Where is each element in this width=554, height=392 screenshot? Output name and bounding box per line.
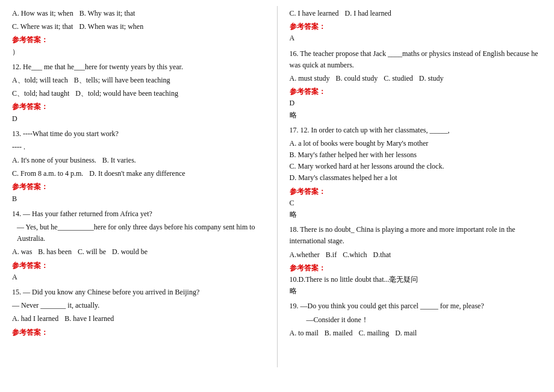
prev-optD: D. When was it; when [79,21,143,33]
q13-optC: C. From 8 a.m. to 4 p.m. [12,168,83,179]
q13-blank-line: ---- . [12,142,265,153]
q13-optD: D. It doesn't make any difference [89,168,185,179]
q12-text: 12. He___ me that he___here for twenty y… [12,61,265,73]
q15-text: 15. — Did you know any Chinese before yo… [12,287,265,298]
q19-text: 19. —Do you think you could get this par… [290,300,543,312]
q17-answer: C [290,199,294,207]
q13-section: 13. ----What time do you start work? ---… [12,128,265,205]
q19-optC: C. mailing [359,328,390,339]
left-column: A. How was it; when B. Why was it; that … [12,6,265,367]
q16-note: 略 [290,111,297,119]
q18-section: 18. There is no doubt_ China is playing … [290,224,543,297]
column-divider [277,6,278,367]
q14-section: 14. — Has your father returned from Afri… [12,208,265,283]
prev-optB: B. Why was it; that [79,8,135,19]
q17-optB: B. Mary's father helped her with her les… [290,149,543,161]
q13-ref: 参考答案： [12,182,48,191]
q17-text: 17. 12. In order to catch up with her cl… [290,125,543,136]
q17-optC: C. Mary worked hard at her lessons aroun… [290,161,543,172]
prev-optC: C. Where was it; that [12,21,73,33]
q19-optD: D. mail [395,328,417,339]
right-prev-optD: D. I had learned [344,8,391,19]
prev-options-section: A. How was it; when B. Why was it; that … [12,8,265,58]
q18-answer: 10.D.There is no little doubt that...毫无疑… [290,275,419,284]
q19-section: 19. —Do you think you could get this par… [290,300,543,339]
right-prev-answer: A [290,34,295,42]
q15-ref: 参考答案： [12,328,48,337]
q18-text: 18. There is no doubt_ China is playing … [290,224,543,247]
prev-ref-label: 参考答案： [12,36,48,44]
q14-optD: D. would be [112,246,148,258]
q12-optA: A、told; will teach [12,75,68,86]
q12-optB: B、tells; will have been teaching [74,75,170,86]
q16-answer: D [290,99,295,107]
q19-optA: A. to mail [290,328,319,339]
q16-optC: C. studied [384,73,413,84]
right-prev-options-section: C. I have learned D. I had learned 参考答案：… [290,8,543,45]
q14-optC: C. will be [78,246,106,258]
q14-optA: A. was [12,246,32,258]
q17-section: 17. 12. In order to catch up with her cl… [290,125,543,221]
q18-optC: C.which [343,249,367,261]
q18-optA: A.whether [290,249,320,261]
q17-note: 略 [290,210,297,219]
q13-optB: B. It varies. [102,155,136,166]
q13-answer: B [12,194,17,203]
q12-optC: C、told; had taught [12,88,69,99]
q14-text: 14. — Has your father returned from Afri… [12,208,265,220]
prev-optA: A. How was it; when [12,8,73,19]
q14-text2: — Yes, but he__________here for only thr… [12,222,265,244]
q15-optA: A. had I learned [12,313,58,325]
q15-text2: — Never _______ it, actually. [12,300,265,311]
q16-optD: D. study [419,73,444,84]
page: A. How was it; when B. Why was it; that … [12,6,542,367]
q12-ref: 参考答案： [12,102,48,111]
q15-optB: B. have I learned [64,313,114,325]
q12-section: 12. He___ me that he___here for twenty y… [12,61,265,125]
q16-section: 16. The teacher propose that Jack ____ma… [290,48,543,121]
q14-answer: A [12,273,17,281]
right-column: C. I have learned D. I had learned 参考答案：… [290,6,543,367]
q17-ref: 参考答案： [290,187,326,196]
prev-blank-line: ） [12,48,19,56]
q14-ref: 参考答案： [12,261,48,270]
q17-optD: D. Mary's classmates helped her a lot [290,172,543,184]
q18-optD: D.that [373,249,391,261]
q19-optB: B. mailed [325,328,353,339]
right-prev-optC: C. I have learned [290,8,339,19]
q15-section: 15. — Did you know any Chinese before yo… [12,287,265,338]
q18-ref: 参考答案： [290,264,326,272]
q18-optB: B.if [326,249,337,261]
q16-optB: B. could study [336,73,378,84]
q17-optA: A. a lot of books were bought by Mary's … [290,138,543,149]
q19-text2: —Consider it done！ [290,314,543,326]
q16-text: 16. The teacher propose that Jack ____ma… [290,48,543,71]
q12-answer: D [12,114,17,123]
q13-optA: A. It's none of your business. [12,155,96,166]
q12-optD: D、told; would have been teaching [75,88,178,99]
q13-text: 13. ----What time do you start work? [12,128,265,140]
right-prev-ref: 参考答案： [290,22,326,31]
q14-optB: B. has been [38,246,72,258]
q18-note: 略 [290,287,297,295]
q16-ref: 参考答案： [290,87,326,96]
q16-optA: A. must study [290,73,330,84]
